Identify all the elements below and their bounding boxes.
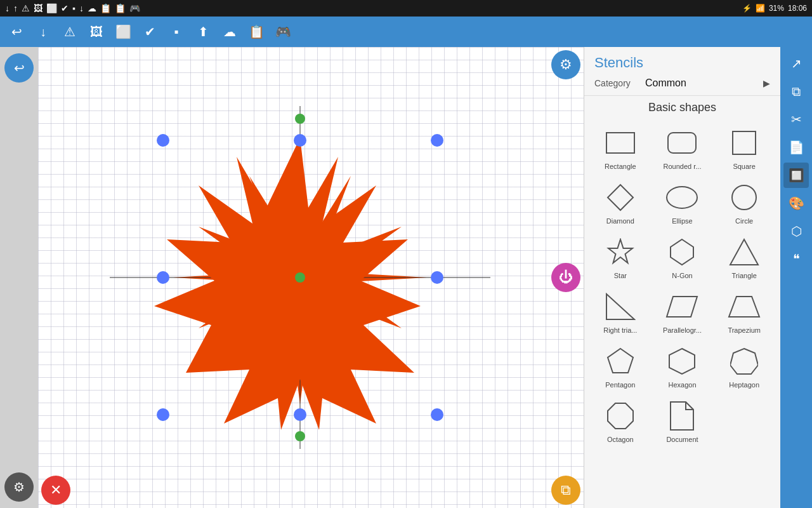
wifi-icon: 📶: [756, 4, 765, 13]
toolbar-icon-7[interactable]: ⬆: [192, 20, 214, 43]
star-shape-container[interactable]: [148, 125, 452, 430]
note-button[interactable]: 📄: [783, 135, 809, 160]
copy-action-button[interactable]: ⧉: [551, 476, 580, 505]
svg-rect-2: [606, 133, 634, 153]
circle-icon: [727, 180, 761, 215]
toolbar-icon-2[interactable]: ⚠: [58, 20, 81, 43]
document-label: Document: [666, 436, 698, 443]
handle-mr[interactable]: [431, 271, 443, 284]
shape-item-pentagon[interactable]: Pentagon: [589, 339, 652, 394]
svg-marker-16: [730, 349, 758, 374]
download-icon: ↓: [5, 3, 10, 13]
star-icon: [603, 235, 638, 269]
parallelogram-label: Parallelogr...: [663, 326, 702, 334]
handle-green-center[interactable]: [295, 272, 305, 283]
square-label: Square: [733, 163, 755, 170]
image-icon: 🖼: [34, 3, 43, 13]
battery-level: 31%: [769, 4, 784, 13]
category-label: Category: [594, 78, 639, 88]
stencils-button[interactable]: 🔲: [783, 163, 809, 188]
shape-item-right-triangle[interactable]: Right tria...: [589, 284, 652, 339]
shape-item-square[interactable]: Square: [713, 121, 775, 175]
square-icon: ⬜: [46, 3, 57, 13]
clip2-icon: 📋: [115, 3, 126, 13]
export-button[interactable]: ↗: [783, 51, 809, 76]
quote-button[interactable]: ❝: [783, 246, 809, 272]
handle-green-bottom[interactable]: [295, 431, 305, 441]
svg-marker-5: [608, 185, 633, 210]
undo-button[interactable]: ↩: [5, 20, 28, 43]
toolbar-icon-8[interactable]: ☁: [218, 20, 241, 43]
triangle-icon: [727, 235, 761, 269]
palette-button[interactable]: 🎨: [783, 190, 809, 216]
heptagon-label: Heptagon: [729, 381, 759, 389]
handle-tr[interactable]: [431, 134, 443, 147]
time-display: 18:06: [788, 4, 807, 13]
shape-item-parallelogram[interactable]: Parallelogr...: [652, 284, 714, 339]
shape-item-octagon[interactable]: Octagon: [589, 394, 652, 448]
card-icon: ▪: [72, 3, 75, 13]
handle-bc[interactable]: [294, 408, 306, 421]
right-icon-bar: ↗ ⧉ ✂ 📄 🔲 🎨 ⬡ ❝: [780, 47, 812, 508]
handle-tc[interactable]: [294, 134, 306, 147]
shape-item-hexagon[interactable]: Hexagon: [652, 339, 714, 394]
check-icon: ✔: [61, 3, 69, 13]
bluetooth-icon: ⚡: [742, 4, 752, 13]
clip1-icon: 📋: [100, 3, 111, 13]
shape-item-heptagon[interactable]: Heptagon: [713, 339, 775, 394]
rounded-rect-label: Rounded r...: [664, 163, 702, 170]
shape-item-circle[interactable]: Circle: [713, 175, 775, 230]
triangle-label: Triangle: [731, 272, 756, 279]
shape-item-rectangle[interactable]: Rectangle: [589, 121, 652, 175]
shape-item-trapezium[interactable]: Trapezium: [713, 284, 775, 339]
handle-green-top[interactable]: [295, 114, 305, 124]
rectangle-icon: [603, 126, 638, 160]
shape-item-diamond[interactable]: Diamond: [589, 175, 652, 230]
shape-item-document[interactable]: Document: [652, 394, 714, 448]
delete-action-button[interactable]: ✕: [41, 476, 70, 505]
category-arrow-icon[interactable]: ▶: [763, 78, 770, 88]
toolbar-icon-9[interactable]: 📋: [245, 20, 268, 43]
connections-button[interactable]: ⬡: [783, 218, 809, 244]
toolbar-icon-1[interactable]: ↓: [32, 20, 55, 43]
category-value[interactable]: Common: [645, 77, 763, 89]
octagon-label: Octagon: [607, 436, 634, 443]
cut-button[interactable]: ✂: [783, 107, 809, 132]
upload-icon: ↑: [13, 3, 18, 13]
heptagon-icon: [727, 344, 761, 378]
svg-point-6: [667, 187, 697, 208]
settings-sidebar-button[interactable]: ⚙: [4, 472, 34, 502]
toolbar: ↩ ↓ ⚠ 🖼 ⬜ ✔ ▪ ⬆ ☁ 📋 🎮: [0, 17, 812, 47]
shape-item-star[interactable]: Star: [589, 230, 652, 284]
svg-marker-14: [608, 349, 633, 373]
shape-item-rounded-rect[interactable]: Rounded r...: [652, 121, 714, 175]
right-triangle-label: Right tria...: [603, 326, 637, 334]
handle-tl[interactable]: [157, 134, 169, 147]
rounded-rect-icon: [665, 126, 699, 160]
toolbar-icon-10[interactable]: 🎮: [272, 20, 294, 43]
diamond-label: Diamond: [606, 217, 634, 225]
trapezium-icon: [727, 290, 761, 324]
ngon-icon: [665, 235, 699, 269]
toolbar-icon-4[interactable]: ⬜: [112, 20, 134, 43]
square-shape-icon: [727, 126, 761, 160]
handle-ml[interactable]: [157, 271, 169, 284]
shape-item-ngon[interactable]: N-Gon: [652, 230, 714, 284]
shapes-grid: Rectangle Rounded r... Square: [584, 118, 780, 451]
handle-br[interactable]: [431, 408, 443, 421]
shape-item-triangle[interactable]: Triangle: [713, 230, 775, 284]
toolbar-icon-5[interactable]: ✔: [138, 20, 161, 43]
handle-bl[interactable]: [157, 408, 169, 421]
parallelogram-icon: [665, 290, 699, 324]
shape-item-ellipse[interactable]: Ellipse: [652, 175, 714, 230]
toolbar-icon-3[interactable]: 🖼: [85, 20, 108, 43]
canvas-area[interactable]: ⚙ ⏻ ✕ ⧉: [38, 47, 584, 508]
copy-pages-button[interactable]: ⧉: [783, 79, 809, 104]
section-title: Basic shapes: [584, 95, 780, 118]
hexagon-icon: [665, 344, 699, 378]
undo-sidebar-button[interactable]: ↩: [4, 53, 34, 83]
toolbar-icon-6[interactable]: ▪: [165, 20, 188, 43]
stencils-title: Stencils: [594, 55, 770, 71]
power-action-button[interactable]: ⏻: [551, 263, 580, 292]
gear-action-button[interactable]: ⚙: [551, 50, 580, 79]
